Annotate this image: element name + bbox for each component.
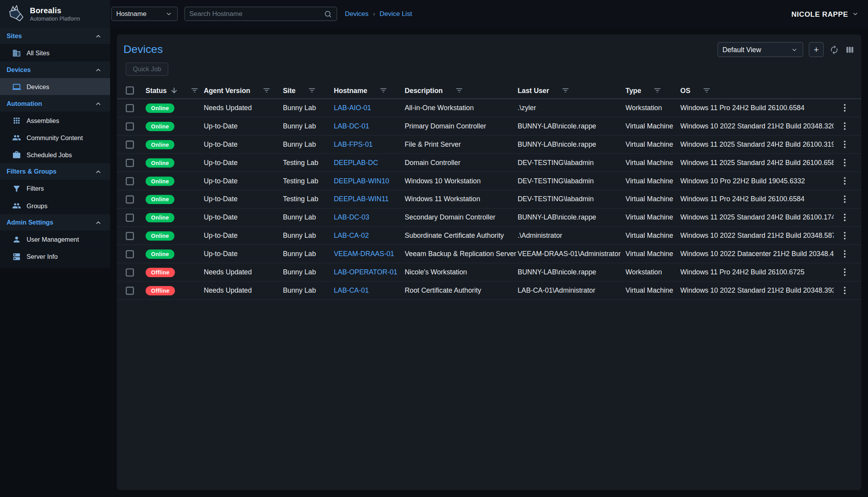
row-checkbox[interactable] <box>126 140 134 148</box>
agent-version-cell: Up-to-Date <box>204 232 283 240</box>
row-checkbox[interactable] <box>126 158 134 167</box>
row-checkbox[interactable] <box>126 195 134 203</box>
sort-desc-icon[interactable] <box>170 86 178 95</box>
hostname-link[interactable]: DEEPLAB-WIN10 <box>334 177 389 185</box>
hostname-link[interactable]: LAB-CA-01 <box>334 286 369 294</box>
type-cell: Virtual Machine <box>625 140 680 148</box>
column-settings-icon[interactable] <box>845 44 855 54</box>
sidebar-section-label: Filters & Groups <box>7 168 56 175</box>
add-view-button[interactable]: + <box>809 42 824 57</box>
hostname-link[interactable]: LAB-CA-02 <box>334 232 369 240</box>
search-icon[interactable] <box>324 10 332 18</box>
filter-icon[interactable] <box>702 86 711 95</box>
filter-icon[interactable] <box>653 86 662 95</box>
row-checkbox[interactable] <box>126 250 134 258</box>
breadcrumb-device-list[interactable]: Device List <box>380 10 412 18</box>
left-column: Borealis Automation Platform SitesAll Si… <box>0 0 110 497</box>
row-menu-icon[interactable] <box>840 231 850 241</box>
sidebar-section-admin-settings[interactable]: Admin Settings <box>0 214 110 231</box>
column-header-type[interactable]: Type <box>625 86 680 95</box>
sidebar-item-community-content[interactable]: Community Content <box>0 129 110 146</box>
sidebar-section-filters-groups[interactable]: Filters & Groups <box>0 163 110 180</box>
row-menu-icon[interactable] <box>840 176 850 186</box>
user-menu[interactable]: NICOLE RAPPE <box>791 10 859 18</box>
hostname-link[interactable]: LAB-DC-03 <box>334 214 369 221</box>
row-checkbox[interactable] <box>126 104 134 112</box>
sidebar-item-devices[interactable]: Devices <box>0 78 110 95</box>
row-menu-icon[interactable] <box>840 194 850 204</box>
quick-job-button[interactable]: Quick Job <box>126 63 169 76</box>
search-box[interactable] <box>184 7 337 21</box>
sidebar-section-label: Admin Settings <box>7 219 53 226</box>
sidebar-item-filters[interactable]: Filters <box>0 180 110 197</box>
row-menu-icon[interactable] <box>840 139 850 149</box>
row-menu-icon[interactable] <box>840 212 850 223</box>
sidebar-item-all-sites[interactable]: All Sites <box>0 44 110 61</box>
hostname-link[interactable]: LAB-AIO-01 <box>334 104 371 112</box>
sidebar-item-user-management[interactable]: User Management <box>0 231 110 248</box>
filter-icon[interactable] <box>561 86 569 95</box>
column-header-os[interactable]: OS <box>680 86 834 95</box>
column-header-agent-version[interactable]: Agent Version <box>204 86 283 95</box>
row-checkbox[interactable] <box>126 268 134 276</box>
last-user-cell: VEEAM-DRAAS-01\Administrator <box>518 250 625 258</box>
row-menu-icon[interactable] <box>840 267 850 277</box>
row-menu-icon[interactable] <box>840 121 850 131</box>
column-header-hostname[interactable]: Hostname <box>334 86 405 95</box>
sidebar-section-label: Sites <box>7 33 22 39</box>
hostname-link[interactable]: VEEAM-DRAAS-01 <box>334 250 394 258</box>
row-menu-icon[interactable] <box>840 103 850 113</box>
row-checkbox[interactable] <box>126 177 134 185</box>
row-select-cell <box>126 122 146 130</box>
column-header-last-user[interactable]: Last User <box>518 86 625 95</box>
view-selector[interactable]: Default View <box>717 42 803 57</box>
row-checkbox[interactable] <box>126 213 134 221</box>
row-checkbox[interactable] <box>126 122 134 130</box>
search-input[interactable] <box>189 10 320 18</box>
row-checkbox[interactable] <box>126 232 134 240</box>
description-cell: File & Print Server <box>405 140 518 148</box>
sidebar-section-devices[interactable]: Devices <box>0 61 110 78</box>
sidebar-item-scheduled-jobs[interactable]: Scheduled Jobs <box>0 146 110 163</box>
sidebar-section-sites[interactable]: Sites <box>0 28 110 44</box>
sidebar-item-groups[interactable]: Groups <box>0 197 110 214</box>
hostname-link[interactable]: DEEPLAB-WIN11 <box>334 195 389 203</box>
hostname-link[interactable]: LAB-OPERATOR-01 <box>334 268 397 276</box>
column-header-status[interactable]: Status <box>146 86 204 95</box>
search-field-selector[interactable]: Hostname <box>111 7 178 21</box>
breadcrumb-devices[interactable]: Devices <box>345 10 369 18</box>
devices-table: StatusAgent VersionSiteHostnameDescripti… <box>117 83 861 490</box>
os-cell: Windows 10 2022 Datacenter 21H2 Build 20… <box>680 250 834 258</box>
sidebar-item-label: Scheduled Jobs <box>26 151 72 158</box>
sidebar-section-automation[interactable]: Automation <box>0 95 110 112</box>
refresh-icon[interactable] <box>829 44 839 54</box>
select-all-checkbox[interactable] <box>126 86 134 95</box>
hostname-link[interactable]: LAB-FPS-01 <box>334 140 373 148</box>
table-row: OfflineNeeds UpdatedBunny LabLAB-OPERATO… <box>117 263 861 282</box>
agent-version-cell: Up-to-Date <box>204 195 283 203</box>
hostname-link[interactable]: DEEPLAB-DC <box>334 159 378 167</box>
column-header-site[interactable]: Site <box>283 86 334 95</box>
filter-icon[interactable] <box>190 86 199 95</box>
chevron-up-icon <box>94 99 102 107</box>
column-header-description[interactable]: Description <box>405 86 518 95</box>
row-menu-icon[interactable] <box>840 158 850 168</box>
row-menu-icon[interactable] <box>840 286 850 296</box>
table-row: OnlineUp-to-DateBunny LabLAB-FPS-01File … <box>117 135 861 154</box>
hostname-link[interactable]: LAB-DC-01 <box>334 122 369 130</box>
agent-version-cell: Up-to-Date <box>204 250 283 258</box>
topbar: Hostname Devices › Device List NICOLE RA… <box>110 0 868 28</box>
agent-version-cell: Up-to-Date <box>204 159 283 167</box>
sidebar-item-server-info[interactable]: Server Info <box>0 248 110 265</box>
os-cell: Windows 11 Pro 24H2 Build 26100.6584 <box>680 104 834 112</box>
filter-icon[interactable] <box>455 86 463 95</box>
filter-icon[interactable] <box>262 86 271 95</box>
sidebar-item-assemblies[interactable]: Assemblies <box>0 112 110 129</box>
os-cell: Windows 11 Pro 24H2 Build 26100.6584 <box>680 195 834 203</box>
agent-version-cell: Needs Updated <box>204 268 283 276</box>
row-menu-icon[interactable] <box>840 249 850 259</box>
filter-icon[interactable] <box>308 86 316 95</box>
row-select-cell <box>126 195 146 203</box>
row-checkbox[interactable] <box>126 286 134 295</box>
filter-icon[interactable] <box>379 86 387 95</box>
